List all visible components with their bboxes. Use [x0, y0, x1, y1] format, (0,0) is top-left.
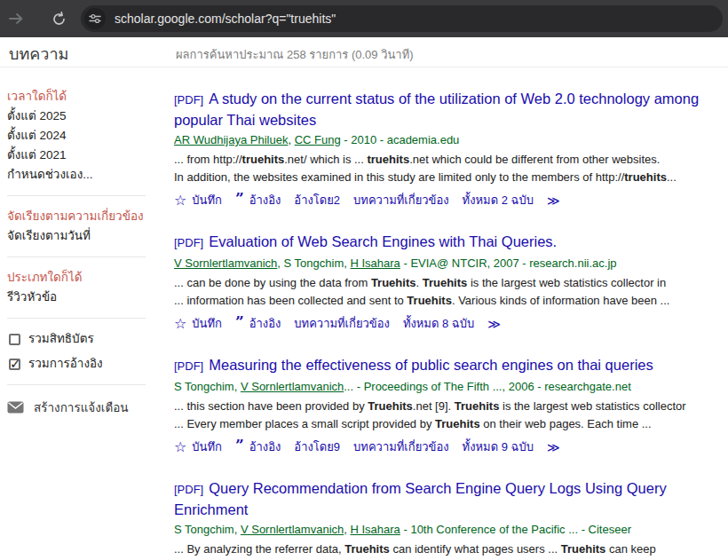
search-result: [PDF]A study on the current status of th… [174, 89, 723, 209]
filter-checkbox-row[interactable]: รวมสิทธิบัตร [9, 329, 160, 349]
double-chevron-icon: ≫ [487, 317, 501, 331]
author-link[interactable]: H Isahara [350, 256, 400, 270]
snippet-text: ... from http:// [174, 153, 242, 166]
result-title-link[interactable]: Measuring the effectiveness of public se… [209, 357, 653, 373]
action-label: ทั้งหมด 8 ฉบับ [403, 314, 474, 333]
byline-text: , S Tongchim, [277, 256, 350, 270]
snippet-text: truehits [367, 153, 409, 166]
result-byline: S Tongchim, V Sornlertlamvanich... - Pro… [174, 379, 723, 395]
action-label: อ้างอิง [249, 191, 281, 209]
author-link[interactable]: V Sornlertlamvanich [241, 380, 344, 393]
action-cited-by[interactable]: อ้างโดย9 [294, 438, 340, 456]
sidebar-filter-item[interactable]: ตั้งแต่ 2021 [7, 146, 160, 165]
snippet-text: can identify what pages users ... [390, 542, 561, 556]
double-chevron-icon: ≫ [547, 193, 560, 208]
action-save[interactable]: ☆บันทึก [174, 314, 222, 333]
action-related[interactable]: บทความที่เกี่ยวข้อง [294, 314, 390, 333]
action-label: บันทึก [192, 314, 222, 333]
action-more[interactable]: ≫ [487, 317, 501, 331]
result-byline: AR Wudhijaya Philuek, CC Fung - 2010 - a… [174, 132, 723, 148]
browser-toolbar: scholar.google.com/scholar?q="truehits" [0, 0, 728, 37]
snippet-text: In addition, the websites examined in th… [174, 170, 624, 184]
result-title: [PDF]A study on the current status of th… [174, 89, 723, 130]
checkbox-unchecked-icon[interactable] [9, 334, 20, 345]
author-link[interactable]: AR Wudhijaya Philuek [174, 133, 288, 146]
snippet-text: can keep [605, 542, 655, 556]
result-snippet: ... By analyzing the referrer data, True… [174, 540, 723, 560]
site-settings-icon [89, 12, 101, 25]
filter-checkbox-row[interactable]: ✓รวมการอ้างอิง [9, 354, 160, 374]
action-more[interactable]: ≫ [547, 193, 560, 208]
sidebar-filter-item[interactable]: ประเภทใดก็ได้ [7, 268, 160, 288]
action-versions[interactable]: ทั้งหมด 2 ฉบับ [463, 191, 534, 209]
reload-button[interactable] [48, 12, 69, 27]
action-save[interactable]: ☆บันทึก [174, 438, 222, 456]
snippet-text: is the largest web statistics collector [499, 399, 685, 413]
result-byline: S Tongchim, V Sornlertlamvanich, H Isaha… [174, 522, 723, 538]
byline-text: S Tongchim, [174, 523, 241, 536]
byline-text: , [288, 133, 294, 146]
action-label: อ้างอิง [249, 314, 281, 333]
checkmark-icon: ✓ [10, 354, 21, 374]
action-related[interactable]: บทความที่เกี่ยวข้อง [353, 438, 449, 456]
snippet-line: ... from http://truehits.net/ which is .… [174, 151, 723, 169]
quote-icon: ” [235, 193, 244, 202]
action-cite[interactable]: ”อ้างอิง [235, 314, 281, 333]
results-list: [PDF]A study on the current status of th… [174, 89, 723, 560]
action-label: บทความที่เกี่ยวข้อง [294, 314, 390, 333]
sidebar-filter-item[interactable]: จัดเรียงตามความเกี่ยวข้อง [7, 207, 160, 226]
snippet-text: Truehits [455, 399, 500, 413]
author-link[interactable]: V Sornlertlamvanich [174, 256, 277, 270]
forward-button[interactable] [5, 11, 27, 27]
result-title-link[interactable]: Evaluation of Web Search Engines with Th… [209, 233, 557, 249]
sidebar-filter-item[interactable]: เวลาใดก็ได้ [7, 87, 160, 106]
action-related[interactable]: บทความที่เกี่ยวข้อง [353, 191, 449, 209]
double-chevron-icon: ≫ [547, 440, 560, 454]
filter-checkbox-label: รวมการอ้างอิง [28, 354, 103, 374]
scholar-header: บทความ ผลการค้นหาประมาณ 258 รายการ (0.09… [0, 37, 728, 67]
author-link[interactable]: V Sornlertlamvanich [241, 523, 344, 536]
sidebar-filter-item[interactable]: รีวิวหัวข้อ [7, 288, 160, 307]
site-settings-button[interactable] [84, 8, 106, 29]
snippet-line: ... information has been collected and s… [174, 292, 723, 310]
result-actions: ☆บันทึก”อ้างอิงอ้างโดย2บทความที่เกี่ยวข้… [174, 191, 723, 209]
action-cited-by[interactable]: อ้างโดย2 [294, 191, 340, 209]
result-title-link[interactable]: A study on the current status of the uti… [174, 91, 699, 128]
snippet-text: . [415, 276, 422, 289]
snippet-line: ... this section have been provided by T… [174, 398, 723, 415]
envelope-icon [7, 401, 24, 414]
snippet-line: In addition, the websites examined in th… [174, 169, 723, 186]
quote-icon: ” [235, 317, 244, 326]
result-title-link[interactable]: Query Recommendation from Search Engine … [174, 480, 667, 517]
create-alert-button[interactable]: สร้างการแจ้งเตือน [7, 398, 160, 417]
action-more[interactable]: ≫ [547, 440, 560, 454]
url-text[interactable]: scholar.google.com/scholar?q="truehits" [115, 12, 336, 26]
search-result: [PDF]Measuring the effectiveness of publ… [174, 355, 723, 456]
sidebar-filter-item[interactable]: ตั้งแต่ 2025 [7, 106, 160, 126]
result-title: [PDF]Measuring the effectiveness of publ… [174, 355, 723, 376]
url-bar[interactable]: scholar.google.com/scholar?q="truehits" [81, 5, 723, 32]
action-cite[interactable]: ”อ้างอิง [235, 191, 281, 209]
sidebar-filter-item[interactable]: ตั้งแต่ 2024 [7, 126, 160, 146]
pdf-tag: [PDF] [174, 236, 203, 249]
search-result: [PDF]Evaluation of Web Search Engines wi… [174, 232, 723, 333]
action-save[interactable]: ☆บันทึก [174, 191, 222, 209]
action-versions[interactable]: ทั้งหมด 8 ฉบับ [403, 314, 474, 333]
checkbox-checked-icon[interactable]: ✓ [9, 359, 20, 370]
sidebar-checkbox-filters: รวมสิทธิบัตร✓รวมการอ้างอิง [7, 329, 160, 374]
action-cite[interactable]: ”อ้างอิง [235, 438, 281, 456]
pdf-tag: [PDF] [174, 359, 203, 373]
action-label: อ้างโดย9 [294, 438, 340, 456]
action-label: บทความที่เกี่ยวข้อง [353, 191, 449, 209]
sidebar-divider [7, 256, 146, 257]
sidebar-filter-item[interactable]: จัดเรียงตามวันที่ [7, 226, 160, 246]
action-versions[interactable]: ทั้งหมด 9 ฉบับ [463, 438, 534, 456]
author-link[interactable]: CC Fung [295, 133, 341, 146]
sidebar-filter-item[interactable]: กำหนดช่วงเอง... [7, 165, 160, 185]
sidebar-divider [7, 384, 146, 385]
pdf-tag: [PDF] [174, 483, 203, 496]
author-link[interactable]: H Isahara [350, 523, 400, 536]
byline-text: - 2010 - academia.edu [341, 133, 460, 146]
action-label: บันทึก [192, 438, 222, 456]
sidebar-filter-groups: เวลาใดก็ได้ตั้งแต่ 2025ตั้งแต่ 2024ตั้งแ… [7, 87, 160, 319]
